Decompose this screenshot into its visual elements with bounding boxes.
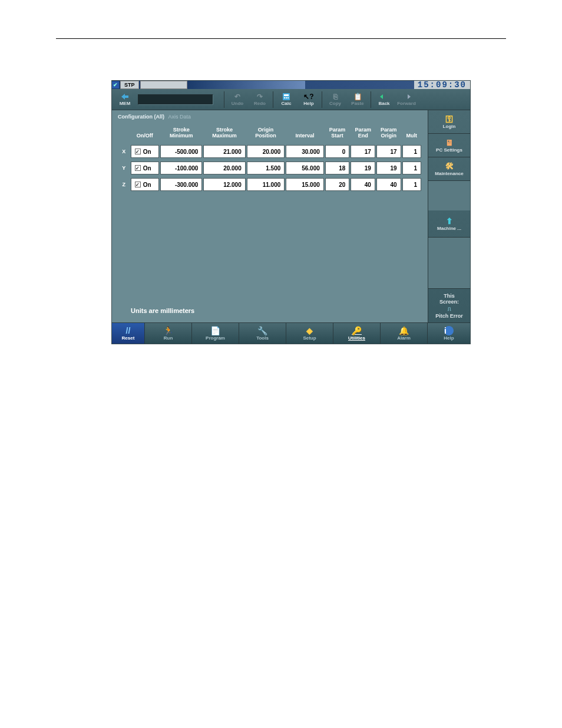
title-gradient [187, 81, 305, 89]
help-label: Help [303, 101, 313, 106]
main-pane: Configuration (All) Axis Data On/Off Str… [112, 110, 428, 322]
titlebar: ✔ STP 15:09:30 [112, 81, 470, 89]
copy-label: Copy [329, 101, 341, 106]
axis-data-table: On/Off StrokeMinimum StrokeMaximum Origi… [118, 126, 422, 193]
svg-rect-4 [287, 97, 289, 98]
this-screen-l2: Screen: [439, 299, 459, 305]
bottom-help-label: Help [444, 335, 454, 341]
checkbox-icon: ✓ [135, 149, 141, 154]
onoff-cell[interactable]: ✓On [131, 178, 159, 191]
program-button[interactable]: 📄 Program [192, 323, 239, 344]
this-screen-l1: This [444, 293, 455, 299]
run-button[interactable]: 🏃 Run [145, 323, 192, 344]
bottom-help-button[interactable]: i Help [428, 323, 470, 344]
param-end-cell[interactable]: 40 [351, 178, 375, 191]
onoff-cell[interactable]: ✓On [131, 162, 159, 174]
maintenance-button[interactable]: 🛠 Maintenance [428, 157, 470, 181]
maintenance-label: Maintenance [435, 171, 463, 176]
param-end-cell[interactable]: 19 [351, 162, 375, 174]
stroke-max-cell[interactable]: 21.000 [203, 145, 245, 158]
redo-icon: ↷ [255, 93, 265, 101]
th-param-start: ParamStart [325, 126, 351, 143]
paste-icon: 📋 [353, 93, 362, 101]
param-origin-cell[interactable]: 19 [376, 162, 401, 174]
table-row: Z ✓On -300.000 12.000 11.000 15.000 20 4… [118, 176, 422, 193]
table-row: Y ✓On -100.000 20.000 1.500 56.000 18 19… [118, 160, 422, 176]
help-button[interactable]: ↖? Help [298, 90, 319, 109]
clock: 15:09:30 [414, 81, 470, 89]
axis-label: Y [118, 160, 130, 176]
redo-button[interactable]: ↷ Redo [249, 90, 270, 109]
th-mult: Mult [402, 126, 422, 143]
param-start-cell[interactable]: 20 [325, 178, 350, 191]
info-icon: i [444, 326, 454, 335]
tools-button[interactable]: 🔧 Tools [239, 323, 286, 344]
breadcrumb-sub: Axis Data [168, 114, 191, 120]
interval-cell[interactable]: 56.000 [286, 162, 324, 174]
th-interval: Interval [285, 126, 325, 143]
th-stroke-min: StrokeMinimum [160, 126, 203, 143]
undo-icon: ↶ [233, 93, 242, 101]
command-input[interactable] [138, 94, 213, 105]
mult-cell[interactable]: 1 [402, 162, 421, 174]
paste-label: Paste [351, 101, 363, 106]
svg-rect-1 [284, 94, 289, 96]
undo-button[interactable]: ↶ Undo [227, 90, 248, 109]
tools-label: Tools [256, 335, 269, 341]
tools-nav-icon: 🔧 [257, 326, 267, 335]
origin-cell[interactable]: 1.500 [247, 162, 285, 174]
mem-button[interactable]: MEM [114, 90, 135, 109]
param-end-cell[interactable]: 17 [351, 145, 375, 158]
th-param-origin: ParamOrigin [376, 126, 402, 143]
setup-button[interactable]: ◆ Setup [286, 323, 333, 344]
pc-icon: 🖥 [445, 138, 454, 147]
table-row: X ✓On -500.000 21.000 20.000 30.000 0 17… [118, 143, 422, 160]
mult-cell[interactable]: 1 [402, 178, 421, 191]
stroke-min-cell[interactable]: -100.000 [160, 162, 202, 174]
reset-icon: // [126, 326, 131, 335]
alarm-icon: 🔔 [399, 326, 409, 335]
program-icon: 📄 [210, 326, 220, 335]
stroke-min-cell[interactable]: -300.000 [160, 178, 202, 191]
pc-settings-label: PC Settings [436, 147, 462, 153]
forward-button[interactable]: Forward [396, 90, 417, 109]
interval-cell[interactable]: 15.000 [286, 178, 324, 191]
svg-rect-3 [286, 97, 287, 98]
calc-icon [282, 93, 291, 101]
login-button[interactable]: ⚿ Login [428, 110, 470, 134]
reset-button[interactable]: // Reset [112, 323, 145, 344]
mult-cell[interactable]: 1 [402, 145, 421, 158]
checkbox-icon: ✓ [135, 165, 141, 171]
calc-button[interactable]: Calc [276, 90, 297, 109]
pc-settings-button[interactable]: 🖥 PC Settings [428, 134, 470, 157]
app-window: ✔ STP 15:09:30 MEM ↶ Undo ↷ Redo [111, 80, 471, 344]
stroke-max-cell[interactable]: 20.000 [203, 162, 245, 174]
back-button[interactable]: Back [373, 90, 395, 109]
pitch-error-icon: ⎍ [448, 306, 451, 312]
origin-cell[interactable]: 20.000 [247, 145, 285, 158]
onoff-cell[interactable]: ✓On [131, 145, 159, 158]
right-sidebar: ⚿ Login 🖥 PC Settings 🛠 Maintenance ⬆ Ma… [428, 110, 470, 322]
paste-button[interactable]: 📋 Paste [347, 90, 368, 109]
copy-button[interactable]: ⎘ Copy [325, 90, 346, 109]
interval-cell[interactable]: 30.000 [286, 145, 324, 158]
axis-label: Z [118, 176, 130, 193]
th-onoff: On/Off [130, 126, 160, 143]
stroke-max-cell[interactable]: 12.000 [203, 178, 245, 191]
alarm-button[interactable]: 🔔 Alarm [381, 323, 428, 344]
setup-icon: ◆ [306, 326, 313, 335]
tools-icon: 🛠 [445, 162, 454, 171]
back-label: Back [378, 101, 389, 106]
utilities-button[interactable]: 🔑 Utilities [333, 323, 381, 344]
th-origin: OriginPosition [246, 126, 286, 143]
run-icon: 🏃 [163, 326, 173, 335]
param-origin-cell[interactable]: 17 [376, 145, 401, 158]
mem-label: MEM [120, 101, 131, 106]
param-origin-cell[interactable]: 40 [376, 178, 401, 191]
copy-icon: ⎘ [330, 93, 340, 101]
stroke-min-cell[interactable]: -500.000 [160, 145, 202, 158]
machine-button[interactable]: ⬆ Machine ... [428, 210, 470, 238]
param-start-cell[interactable]: 18 [325, 162, 350, 174]
origin-cell[interactable]: 11.000 [247, 178, 285, 191]
param-start-cell[interactable]: 0 [325, 145, 350, 158]
